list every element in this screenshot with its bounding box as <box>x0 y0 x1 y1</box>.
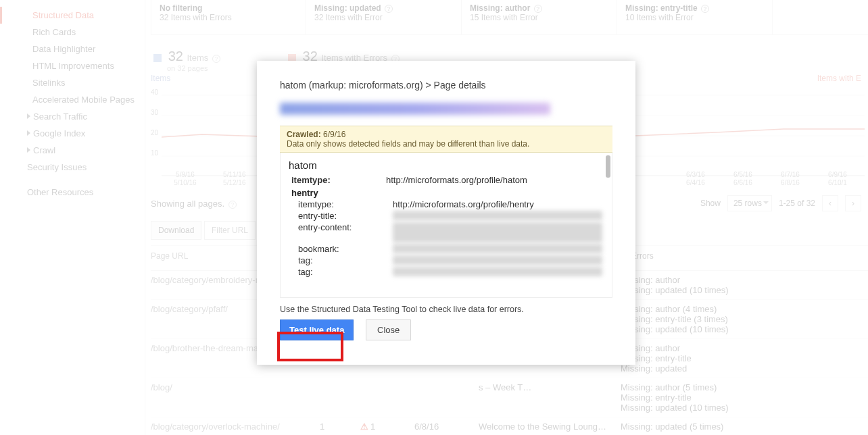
field-row: itemtype:http://microformats.org/profile… <box>298 199 604 209</box>
sidebar-item-structured-data[interactable]: Structured Data <box>0 7 145 24</box>
field-value <box>393 255 602 265</box>
close-button[interactable]: Close <box>366 319 411 340</box>
sidebar-group-search-traffic[interactable]: Search Traffic <box>0 108 145 125</box>
test-live-data-button[interactable]: Test live data <box>280 319 354 340</box>
filter-cards: No filtering 32 Items with Errors Missin… <box>151 0 868 35</box>
y-tick: 10 <box>151 149 158 157</box>
card-missing-updated[interactable]: Missing: updated ? 32 Items with Error <box>306 0 462 34</box>
x-tick: 6/7/166/8/16 <box>767 171 814 187</box>
x-tick: 6/3/166/4/16 <box>672 171 719 187</box>
table-row[interactable]: /blog/category/overlock-machine/1⚠16/8/1… <box>151 417 868 435</box>
pager: Show 25 rows 1-25 of 32 ‹ › <box>700 195 868 211</box>
hentry-label: hentry <box>291 188 604 198</box>
field-row: entry-title: <box>298 211 604 221</box>
modal-tip: Use the Structured Data Testing Tool to … <box>280 305 612 314</box>
scrollbar[interactable] <box>606 155 610 178</box>
field-value: http://microformats.org/profile/hentry <box>393 199 534 209</box>
cell-err: ⚠1 <box>360 421 414 432</box>
y-tick: 40 <box>151 88 158 96</box>
sidebar-item-html-improvements[interactable]: HTML Improvements <box>0 57 145 74</box>
detected-fields-panel: hatom itemtype:http://microformats.org/p… <box>280 153 612 298</box>
crawled-note: Data only shows detected fields and may … <box>287 139 529 149</box>
showing-label: Showing all pages. ? <box>151 199 237 209</box>
help-icon[interactable]: ? <box>228 201 237 209</box>
pager-prev[interactable]: ‹ <box>822 195 838 211</box>
field-key: bookmark: <box>298 244 393 254</box>
field-key: tag: <box>298 255 393 265</box>
cell-errors: Missing: updated (5 times) <box>621 421 868 432</box>
sidebar-item-other-resources[interactable]: Other Resources <box>0 184 145 201</box>
field-value <box>393 211 602 220</box>
card-missing-entry-title[interactable]: Missing: entry-title ? 10 Items with Err… <box>617 0 773 34</box>
modal-breadcrumb: hatom (markup: microformats.org) > Page … <box>280 80 612 91</box>
error-icon: ⚠ <box>360 421 368 432</box>
x-tick: 5/11/165/12/16 <box>211 171 258 187</box>
cell-date: 6/8/16 <box>414 421 479 432</box>
sidebar-item-sitelinks[interactable]: Sitelinks <box>0 74 145 91</box>
sidebar-item-data-highlighter[interactable]: Data Highlighter <box>0 41 145 57</box>
field-row: tag: <box>298 255 604 265</box>
panel-root: hatom <box>289 159 604 171</box>
cell-name: Welcome to the Sewing Loung… <box>479 421 621 432</box>
page-details-modal: hatom (markup: microformats.org) > Page … <box>257 61 635 365</box>
card-title: Missing: updated <box>314 3 381 13</box>
pager-next[interactable]: › <box>845 195 861 211</box>
field-row: bookmark: <box>298 244 604 254</box>
field-key: tag: <box>298 267 393 277</box>
crawled-label: Crawled: <box>287 130 321 139</box>
cell-errors: Missing: authorMissing: updated (10 time… <box>621 275 868 295</box>
x-tick: 6/5/166/6/16 <box>719 171 767 187</box>
cell-items: 1 <box>320 421 360 432</box>
sidebar-item-rich-cards[interactable]: Rich Cards <box>0 24 145 41</box>
x-tick: 5/9/165/10/16 <box>162 171 209 187</box>
help-icon[interactable]: ? <box>534 5 542 13</box>
cell-errors: Missing: authorMissing: entry-titleMissi… <box>621 343 868 374</box>
table-row[interactable]: /blog/s – Week T…Missing: author (5 time… <box>151 378 868 417</box>
y-tick: 20 <box>151 129 158 136</box>
cell-errors: Missing: author (5 times)Missing: entry-… <box>621 382 868 413</box>
pager-range: 1-25 of 32 <box>779 199 815 208</box>
sidebar-group-crawl[interactable]: Crawl <box>0 142 145 159</box>
cell-name: s – Week T… <box>479 382 621 392</box>
rows-select[interactable]: 25 rows <box>727 195 772 211</box>
field-value <box>393 267 602 276</box>
card-no-filtering[interactable]: No filtering 32 Items with Errors <box>151 0 306 34</box>
help-icon[interactable]: ? <box>212 55 220 63</box>
sidebar-group-google-index[interactable]: Google Index <box>0 125 145 142</box>
items-count: 32 <box>168 49 183 63</box>
help-icon[interactable]: ? <box>701 5 709 13</box>
filter-url-button[interactable]: Filter URL <box>204 221 256 240</box>
field-value <box>393 222 602 242</box>
crawl-note: Crawled: 6/9/16 Data only shows detected… <box>280 126 612 153</box>
field-key: itemtype: <box>298 199 393 209</box>
sidebar: Structured Data Rich Cards Data Highligh… <box>0 0 145 435</box>
pager-show-label: Show <box>700 199 721 208</box>
card-title: Missing: entry-title <box>625 3 698 13</box>
field-row: entry-content: <box>298 222 604 242</box>
card-title: Missing: author <box>470 3 530 13</box>
cell-url: /blog/ <box>151 382 320 392</box>
download-button[interactable]: Download <box>151 221 201 240</box>
card-missing-author[interactable]: Missing: author ? 15 Items with Error <box>462 0 617 34</box>
card-title: No filtering <box>160 3 292 13</box>
field-key: entry-content: <box>298 222 393 242</box>
swatch-items <box>153 54 162 62</box>
items-label: Items <box>187 53 209 63</box>
y-tick: 30 <box>151 109 158 116</box>
field-value <box>393 244 602 253</box>
card-sub: 32 Items with Errors <box>160 13 292 22</box>
cell-url: /blog/category/overlock-machine/ <box>151 421 320 432</box>
crawled-date: 6/9/16 <box>323 130 345 139</box>
card-sub: 15 Items with Error <box>470 13 603 22</box>
x-tick: 6/9/166/10/1 <box>814 171 861 187</box>
card-sub: 10 Items with Error <box>625 13 758 22</box>
help-icon[interactable]: ? <box>385 5 393 13</box>
field-row: tag: <box>298 267 604 277</box>
items-sub: on 32 pages <box>167 64 220 72</box>
sidebar-item-amp[interactable]: Accelerated Mobile Pages <box>0 91 145 108</box>
sidebar-item-security-issues[interactable]: Security Issues <box>0 159 145 176</box>
itemtype-label: itemtype: <box>291 175 386 185</box>
field-key: entry-title: <box>298 211 393 221</box>
card-sub: 32 Items with Error <box>314 13 448 22</box>
cell-errors: Missing: author (4 times)Missing: entry-… <box>621 304 868 334</box>
